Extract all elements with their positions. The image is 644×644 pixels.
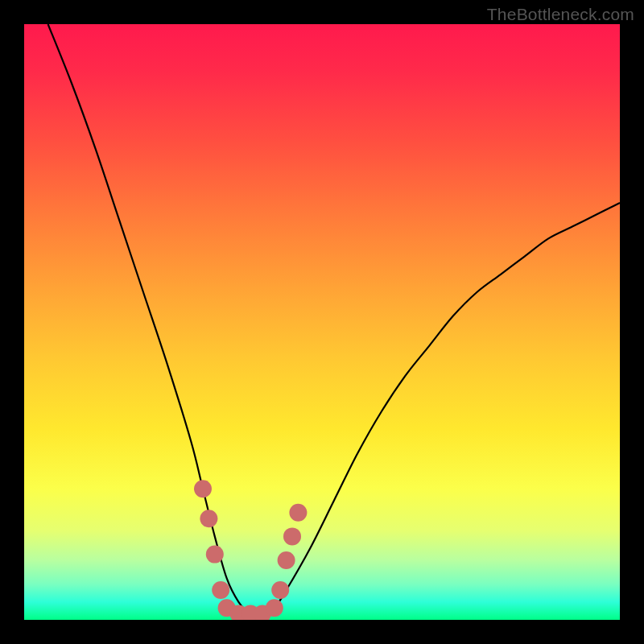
valley-marker [194, 480, 212, 497]
bottleneck-curve [48, 24, 620, 615]
plot-area [24, 24, 620, 620]
curve-svg [24, 24, 620, 620]
valley-marker [212, 581, 229, 599]
valley-marker [289, 504, 307, 522]
valley-marker [283, 527, 301, 545]
valley-marker [200, 510, 217, 527]
valley-marker [206, 546, 224, 564]
valley-markers [194, 480, 307, 620]
valley-marker [266, 599, 283, 617]
watermark-text: TheBottleneck.com [487, 5, 634, 24]
chart-stage: TheBottleneck.com [0, 0, 644, 644]
valley-marker [278, 551, 295, 569]
valley-marker [271, 581, 289, 599]
